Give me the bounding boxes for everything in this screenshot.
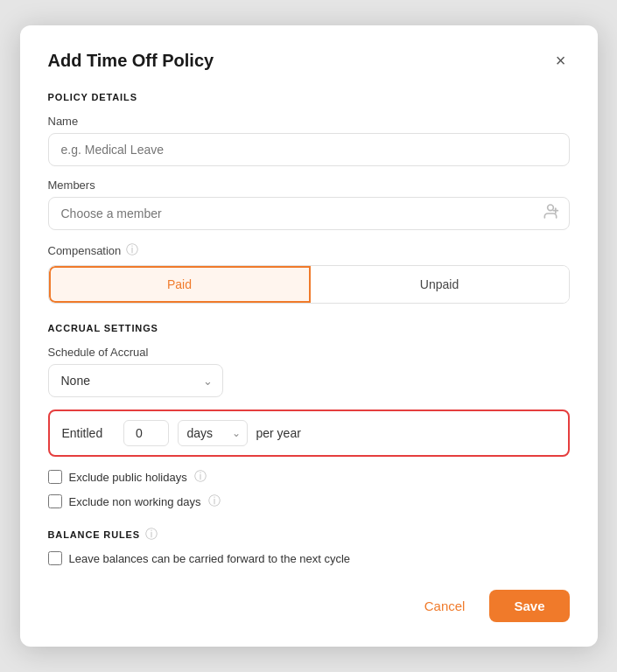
entitled-number-input[interactable]: [123, 420, 169, 446]
paid-button[interactable]: Paid: [49, 266, 311, 303]
exclude-public-holidays-row: Exclude public holidays ⓘ: [48, 469, 570, 485]
compensation-label: Compensation: [48, 244, 122, 257]
entitled-row: Entitled days hours ⌄ per year: [48, 410, 570, 457]
balance-rules-label-row: BALANCE RULES ⓘ: [48, 527, 570, 542]
modal-footer: Cancel Save: [48, 590, 570, 622]
modal-overlay: Add Time Off Policy × POLICY DETAILS Nam…: [0, 0, 617, 672]
compensation-toggle-row: Paid Unpaid: [48, 265, 570, 304]
accrual-settings-section: ACCRUAL SETTINGS Schedule of Accrual Non…: [48, 323, 570, 509]
policy-details-section: POLICY DETAILS Name Members: [48, 92, 570, 304]
carry-forward-label: Leave balances can be carried forward to…: [69, 552, 351, 565]
name-input[interactable]: [48, 133, 570, 166]
members-label: Members: [48, 178, 570, 192]
exclude-non-working-days-info-icon[interactable]: ⓘ: [208, 494, 221, 509]
days-select[interactable]: days hours: [178, 420, 248, 446]
exclude-non-working-days-row: Exclude non working days ⓘ: [48, 494, 570, 509]
balance-rules-label: BALANCE RULES: [48, 529, 141, 540]
name-label: Name: [48, 115, 570, 128]
exclude-public-holidays-checkbox[interactable]: [48, 470, 62, 484]
exclude-non-working-days-label: Exclude non working days: [69, 495, 201, 508]
exclude-public-holidays-info-icon[interactable]: ⓘ: [194, 469, 207, 485]
save-button[interactable]: Save: [489, 590, 569, 622]
modal-title: Add Time Off Policy: [48, 51, 214, 71]
members-input[interactable]: [48, 197, 570, 230]
balance-rules-section: BALANCE RULES ⓘ Leave balances can be ca…: [48, 527, 570, 565]
compensation-label-row: Compensation ⓘ: [48, 242, 570, 258]
name-field-group: Name: [48, 115, 570, 166]
checkboxes-group: Exclude public holidays ⓘ Exclude non wo…: [48, 469, 570, 509]
cancel-button[interactable]: Cancel: [414, 592, 476, 620]
schedule-field-group: Schedule of Accrual None Monthly Annuall…: [48, 346, 570, 397]
members-field-group: Members: [48, 178, 570, 230]
exclude-public-holidays-label: Exclude public holidays: [69, 471, 187, 484]
balance-rules-info-icon[interactable]: ⓘ: [145, 527, 158, 542]
exclude-non-working-days-checkbox[interactable]: [48, 494, 62, 508]
days-select-wrapper: days hours ⌄: [178, 420, 248, 446]
per-year-label: per year: [256, 426, 301, 440]
policy-details-label: POLICY DETAILS: [48, 92, 570, 102]
carry-forward-checkbox[interactable]: [48, 551, 62, 565]
compensation-info-icon[interactable]: ⓘ: [126, 242, 138, 258]
schedule-select-wrapper: None Monthly Annually ⌄: [48, 364, 223, 397]
svg-point-0: [547, 205, 553, 211]
add-time-off-policy-modal: Add Time Off Policy × POLICY DETAILS Nam…: [20, 25, 598, 647]
add-member-icon: [542, 203, 559, 225]
accrual-settings-label: ACCRUAL SETTINGS: [48, 323, 570, 333]
modal-header: Add Time Off Policy ×: [48, 50, 570, 71]
schedule-select[interactable]: None Monthly Annually: [48, 364, 223, 397]
entitled-label: Entitled: [62, 426, 115, 440]
compensation-field-group: Compensation ⓘ Paid Unpaid: [48, 242, 570, 304]
schedule-label: Schedule of Accrual: [48, 346, 570, 359]
unpaid-button[interactable]: Unpaid: [311, 266, 569, 303]
close-button[interactable]: ×: [552, 50, 570, 71]
carry-forward-row: Leave balances can be carried forward to…: [48, 551, 570, 565]
members-input-wrapper: [48, 197, 570, 230]
